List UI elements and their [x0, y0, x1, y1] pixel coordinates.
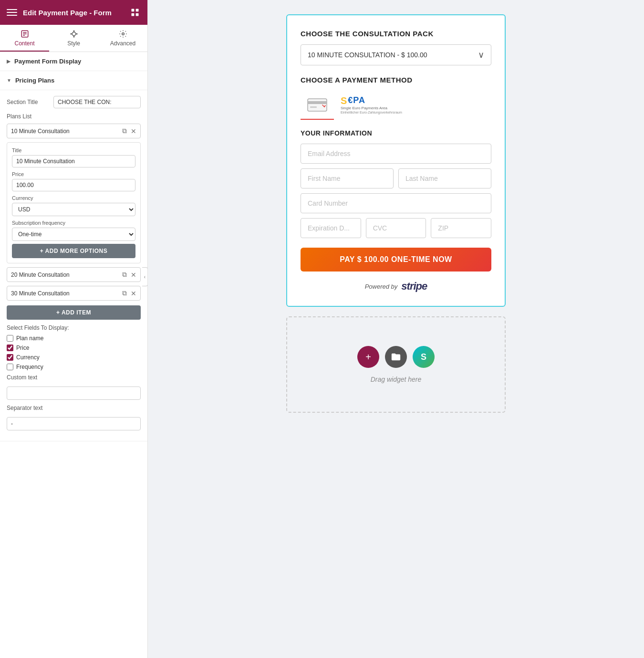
tab-content[interactable]: Content — [0, 25, 49, 52]
plan-name-checkbox[interactable] — [7, 335, 13, 342]
frequency-checkbox[interactable] — [7, 364, 13, 370]
plan-item-1[interactable]: 10 Minute Consultation ⧉ ✕ — [7, 124, 141, 138]
plan-item-2[interactable]: 20 Minute Consultation ⧉ ✕ — [7, 267, 141, 282]
svg-rect-16 — [310, 106, 317, 108]
svg-rect-3 — [136, 13, 139, 16]
expiry-field[interactable]: Expiration D... — [301, 218, 361, 238]
tab-content-label: Content — [14, 40, 34, 47]
consultation-dropdown[interactable]: 10 MINUTE CONSULTATION - $ 100.00 ∨ — [301, 44, 491, 65]
price-label: Price — [12, 171, 135, 177]
top-bar: Edit Payment Page - Form — [0, 0, 147, 25]
dropdown-arrow-icon: ∨ — [478, 50, 484, 60]
price-input[interactable] — [12, 179, 135, 191]
collapse-handle[interactable]: ‹ — [142, 267, 148, 286]
subscription-select[interactable]: One-time Monthly Yearly — [12, 228, 135, 241]
hamburger-icon[interactable] — [7, 7, 17, 18]
pay-button[interactable]: PAY $ 100.00 ONE-TIME NOW — [301, 248, 491, 272]
card-number-placeholder: Card Number — [308, 199, 348, 207]
arrow-icon: ▶ — [7, 59, 10, 64]
copy-icon-3[interactable]: ⧉ — [122, 289, 127, 297]
section-payment-form-display-label: Payment Form Display — [14, 58, 81, 65]
custom-text-input[interactable] — [7, 386, 141, 400]
close-icon-1[interactable]: ✕ — [131, 127, 136, 135]
checkbox-frequency: Frequency — [7, 364, 141, 370]
zip-field[interactable]: ZIP — [431, 218, 491, 238]
drag-widget-zone: + S Drag widget here — [286, 316, 506, 413]
plan-name-field-label: Plan name — [16, 335, 43, 342]
price-checkbox[interactable] — [7, 345, 13, 351]
consultation-selected-value: 10 MINUTE CONSULTATION - $ 100.00 — [308, 51, 427, 59]
svg-point-12 — [76, 33, 77, 34]
plans-list-label: Plans List — [7, 113, 141, 120]
cvc-field[interactable]: CVC — [366, 218, 426, 238]
info-heading: YOUR INFORMATION — [301, 129, 491, 137]
currency-field-label: Currency — [16, 354, 40, 361]
plan-title-input[interactable] — [12, 155, 135, 167]
svg-rect-1 — [136, 9, 139, 12]
copy-icon-2[interactable]: ⧉ — [122, 271, 127, 279]
checkbox-price: Price — [7, 345, 141, 351]
separator-text-input[interactable] — [7, 417, 141, 430]
svg-point-10 — [73, 36, 74, 37]
first-name-field[interactable]: First Name — [301, 168, 394, 188]
grid-icon[interactable] — [130, 7, 141, 18]
page-title: Edit Payment Page - Form — [23, 9, 125, 17]
card-details-row: Expiration D... CVC ZIP — [301, 218, 491, 238]
custom-text-label: Custom text — [7, 374, 141, 381]
tab-style[interactable]: Style — [49, 25, 98, 52]
sepa-payment-tab[interactable]: S€PA Single Euro Payments Area Einheitli… — [334, 91, 409, 120]
powered-by-text: Powered by — [365, 283, 398, 290]
section-title-input[interactable] — [53, 96, 141, 108]
close-icon-3[interactable]: ✕ — [131, 290, 136, 297]
email-placeholder: Email Address — [308, 150, 350, 157]
section-pricing-plans[interactable]: ▼ Pricing Plans — [0, 71, 147, 90]
plan-2-label: 20 Minute Consultation — [11, 272, 118, 278]
frequency-field-label: Frequency — [16, 364, 43, 370]
plan-item-3[interactable]: 30 Minute Consultation ⧉ ✕ — [7, 286, 141, 301]
plan-1-label: 10 Minute Consultation — [11, 128, 118, 135]
currency-select[interactable]: USD EUR GBP — [12, 203, 135, 216]
drag-zone-buttons: + S — [357, 346, 435, 368]
left-panel: Edit Payment Page - Form Content Style A… — [0, 0, 148, 658]
section-payment-form-display[interactable]: ▶ Payment Form Display — [0, 52, 147, 71]
tab-advanced-label: Advanced — [110, 40, 135, 47]
pricing-plans-content: Section Title Plans List 10 Minute Consu… — [0, 90, 147, 441]
payment-card: CHOOSE THE CONSULTATION PACK 10 MINUTE C… — [286, 14, 506, 307]
copy-icon-1[interactable]: ⧉ — [122, 127, 127, 135]
browse-widget-button[interactable] — [385, 346, 407, 368]
cvc-placeholder: CVC — [373, 224, 387, 232]
email-field[interactable]: Email Address — [301, 144, 491, 164]
first-name-placeholder: First Name — [308, 175, 340, 182]
s-widget-button[interactable]: S — [413, 346, 435, 368]
section-title-row: Section Title — [7, 96, 141, 108]
tabs-row: Content Style Advanced — [0, 25, 147, 52]
expiry-placeholder: Expiration D... — [308, 224, 350, 232]
svg-rect-2 — [132, 13, 135, 16]
card-payment-tab[interactable] — [301, 91, 334, 120]
payment-method-heading: CHOOSE A PAYMENT METHOD — [301, 76, 491, 84]
stripe-logo: stripe — [401, 280, 427, 292]
plan-3-label: 30 Minute Consultation — [11, 290, 118, 297]
zip-placeholder: ZIP — [438, 224, 448, 232]
plan-detail-1: Title Price Currency USD EUR GBP Subscri… — [7, 142, 141, 263]
drag-zone-text: Drag widget here — [371, 376, 422, 383]
close-icon-2[interactable]: ✕ — [131, 271, 136, 279]
add-widget-button[interactable]: + — [357, 346, 379, 368]
last-name-placeholder: Last Name — [405, 175, 438, 182]
section-title-label: Section Title — [7, 99, 50, 105]
svg-point-11 — [71, 33, 72, 34]
currency-checkbox[interactable] — [7, 354, 13, 361]
add-item-button[interactable]: + ADD ITEM — [7, 305, 141, 320]
price-field-label: Price — [16, 345, 29, 351]
arrow-icon-2: ▼ — [7, 78, 11, 83]
select-fields-label: Select Fields To Display: — [7, 324, 141, 331]
last-name-field[interactable]: Last Name — [398, 168, 491, 188]
add-options-button[interactable]: + ADD MORE OPTIONS — [12, 244, 135, 258]
svg-rect-0 — [132, 9, 135, 12]
currency-label: Currency — [12, 195, 135, 201]
tab-advanced[interactable]: Advanced — [98, 25, 147, 52]
card-number-field[interactable]: Card Number — [301, 193, 491, 213]
checkbox-plan-name: Plan name — [7, 335, 141, 342]
subscription-freq-label: Subscription frequency — [12, 220, 135, 226]
svg-rect-14 — [308, 99, 327, 111]
